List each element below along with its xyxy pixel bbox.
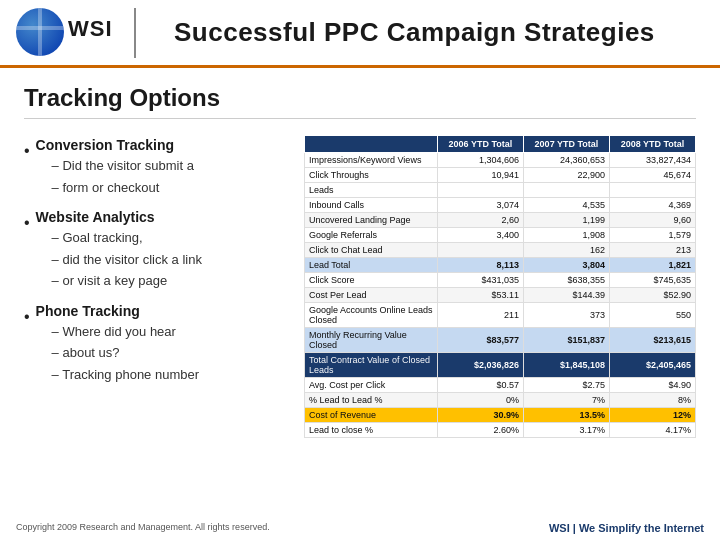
logo-wsi-text: WSI xyxy=(68,16,113,42)
table-row-value: 1,579 xyxy=(609,228,695,243)
table-row-value: 1,908 xyxy=(523,228,609,243)
sub-item: or visit a key page xyxy=(52,271,202,291)
table-row-value: 4,535 xyxy=(523,198,609,213)
sub-item: Where did you hear xyxy=(52,322,199,342)
content-area: • Conversion Tracking Did the visitor su… xyxy=(24,135,696,438)
footer: Copyright 2009 Research and Management. … xyxy=(0,522,720,534)
table-row-value xyxy=(437,183,523,198)
sub-item: about us? xyxy=(52,343,199,363)
table-row-value: $213,615 xyxy=(609,328,695,353)
table-row-value: 10,941 xyxy=(437,168,523,183)
table-row-value: 3,074 xyxy=(437,198,523,213)
col-header-2008: 2008 YTD Total xyxy=(609,136,695,153)
data-table: 2006 YTD Total 2007 YTD Total 2008 YTD T… xyxy=(304,135,696,438)
page-title: Successful PPC Campaign Strategies xyxy=(174,17,655,48)
table-row-label: Monthly Recurring Value Closed xyxy=(305,328,438,353)
table-row-label: Leads xyxy=(305,183,438,198)
table-row-label: Impressions/Keyword Views xyxy=(305,153,438,168)
col-header-2006: 2006 YTD Total xyxy=(437,136,523,153)
table-row-value: $0.57 xyxy=(437,378,523,393)
list-item-conversion: • Conversion Tracking Did the visitor su… xyxy=(24,135,284,199)
table-row-label: Google Referrals xyxy=(305,228,438,243)
table-row-value: 373 xyxy=(523,303,609,328)
table-row-value: 0% xyxy=(437,393,523,408)
table-row-value: 12% xyxy=(609,408,695,423)
table-row-value: $2.75 xyxy=(523,378,609,393)
table-row-value: 213 xyxy=(609,243,695,258)
table-row-value: 9,60 xyxy=(609,213,695,228)
table-row-value: 2,60 xyxy=(437,213,523,228)
table-row-value: 211 xyxy=(437,303,523,328)
table-row-value: 3.17% xyxy=(523,423,609,438)
table-row-value: 24,360,653 xyxy=(523,153,609,168)
table-row-value: 33,827,434 xyxy=(609,153,695,168)
sub-item: Did the visitor submit a xyxy=(52,156,194,176)
table-row-value: 550 xyxy=(609,303,695,328)
table-row-value: $83,577 xyxy=(437,328,523,353)
list-item-phone: • Phone Tracking Where did you hear abou… xyxy=(24,301,284,387)
logo-area: WSI xyxy=(16,8,154,58)
table-row-label: Cost of Revenue xyxy=(305,408,438,423)
table-row-value: 7% xyxy=(523,393,609,408)
table-row-value: 13.5% xyxy=(523,408,609,423)
bullet-icon-analytics: • xyxy=(24,214,30,231)
logo-divider xyxy=(134,8,136,58)
table-row-value: 1,821 xyxy=(609,258,695,273)
table-area: 2006 YTD Total 2007 YTD Total 2008 YTD T… xyxy=(304,135,696,438)
main-content: Tracking Options • Conversion Tracking D… xyxy=(0,68,720,454)
table-row-value: 4,369 xyxy=(609,198,695,213)
table-row-value: $151,837 xyxy=(523,328,609,353)
bullet-icon-phone: • xyxy=(24,308,30,325)
table-row-value: $2,405,465 xyxy=(609,353,695,378)
sub-item: form or checkout xyxy=(52,178,194,198)
table-row-label: Uncovered Landing Page xyxy=(305,213,438,228)
table-row-value: $1,845,108 xyxy=(523,353,609,378)
table-row-value xyxy=(609,183,695,198)
table-row-value: $431,035 xyxy=(437,273,523,288)
table-row-value: 8% xyxy=(609,393,695,408)
table-row-label: Click Throughs xyxy=(305,168,438,183)
bullet-main-conversion: Conversion Tracking xyxy=(36,135,194,156)
section-title: Tracking Options xyxy=(24,84,696,119)
sub-item: Tracking phone number xyxy=(52,365,199,385)
header: WSI Successful PPC Campaign Strategies xyxy=(0,0,720,68)
table-row-label: Lead Total xyxy=(305,258,438,273)
list-item-analytics: • Website Analytics Goal tracking, did t… xyxy=(24,207,284,293)
table-row-label: Google Accounts Online Leads Closed xyxy=(305,303,438,328)
table-row-label: Lead to close % xyxy=(305,423,438,438)
table-row-value: 4.17% xyxy=(609,423,695,438)
table-row-value: 8,113 xyxy=(437,258,523,273)
col-header-label xyxy=(305,136,438,153)
table-row-value: 2.60% xyxy=(437,423,523,438)
table-row-value: $144.39 xyxy=(523,288,609,303)
table-row-label: Click to Chat Lead xyxy=(305,243,438,258)
table-row-value xyxy=(523,183,609,198)
table-row-value: $2,036,826 xyxy=(437,353,523,378)
table-row-value: 3,804 xyxy=(523,258,609,273)
bullet-icon-conversion: • xyxy=(24,142,30,159)
table-row-value: 1,199 xyxy=(523,213,609,228)
bullet-sub-analytics: Goal tracking, did the visitor click a l… xyxy=(52,228,202,291)
copyright-text: Copyright 2009 Research and Management. … xyxy=(16,522,270,534)
table-row-value: $52.90 xyxy=(609,288,695,303)
table-row-value: 45,674 xyxy=(609,168,695,183)
table-row-label: Total Contract Value of Closed Leads xyxy=(305,353,438,378)
table-row-value: $53.11 xyxy=(437,288,523,303)
table-row-value: $4.90 xyxy=(609,378,695,393)
table-row-value: 1,304,606 xyxy=(437,153,523,168)
table-row-value: $745,635 xyxy=(609,273,695,288)
logo-box: WSI xyxy=(16,8,116,58)
table-row-label: Click Score xyxy=(305,273,438,288)
table-row-value xyxy=(437,243,523,258)
sub-item: Goal tracking, xyxy=(52,228,202,248)
table-row-label: Cost Per Lead xyxy=(305,288,438,303)
brand-text: WSI | We Simplify the Internet xyxy=(549,522,704,534)
table-row-value: $638,355 xyxy=(523,273,609,288)
table-row-label: Inbound Calls xyxy=(305,198,438,213)
bullet-sub-phone: Where did you hear about us? Tracking ph… xyxy=(52,322,199,385)
sub-item: did the visitor click a link xyxy=(52,250,202,270)
table-row-value: 162 xyxy=(523,243,609,258)
table-row-value: 3,400 xyxy=(437,228,523,243)
bullet-main-analytics: Website Analytics xyxy=(36,207,202,228)
table-row-label: Avg. Cost per Click xyxy=(305,378,438,393)
